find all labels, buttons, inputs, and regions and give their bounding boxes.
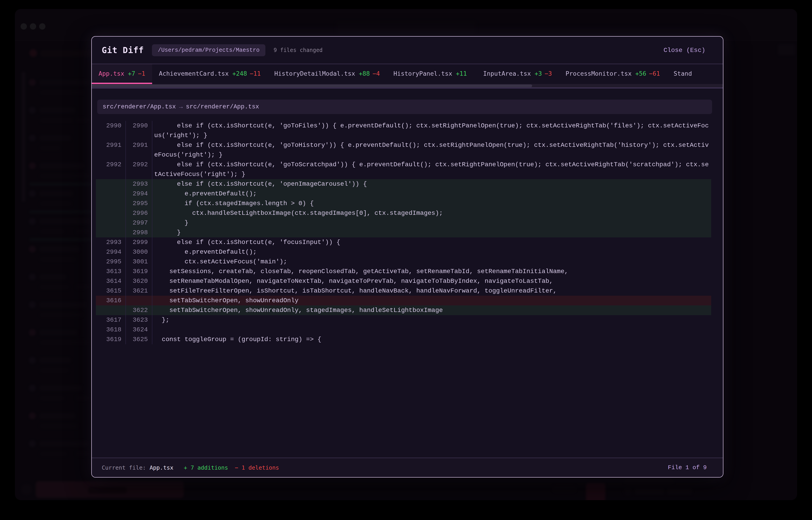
code-text: else if (ctx.isShortcut(e, 'openImageCar… [152, 179, 711, 189]
line-number-new [126, 296, 152, 305]
diff-body: src/renderer/App.tsx→src/renderer/App.ts… [92, 88, 723, 458]
line-number-new: 3621 [126, 286, 152, 296]
modal-footer: Current file: App.tsx + 7 additions − 1 … [92, 458, 723, 477]
tab-additions: +248 [232, 70, 247, 77]
diff-line: 29912991 else if (ctx.isShortcut(e, 'goT… [96, 140, 711, 160]
diff-line: 29932999 else if (ctx.isShortcut(e, 'foc… [96, 237, 711, 247]
code-text: if (ctx.stagedImages.length > 0) { [152, 199, 711, 208]
diff-line: 2994 e.preventDefault(); [96, 189, 711, 199]
tabs-scrollbar-thumb[interactable] [92, 84, 532, 87]
code-text: } [152, 228, 711, 237]
line-number-old [96, 199, 126, 208]
line-number-old [96, 305, 126, 315]
code-text: } [152, 218, 711, 228]
arrow-icon: → [176, 103, 186, 110]
file-path-to: src/renderer/App.tsx [186, 103, 259, 110]
tab-additions: +7 [128, 70, 136, 77]
line-number-new: 2991 [126, 140, 152, 160]
diff-line: 2997 } [96, 218, 711, 228]
code-text: setTabSwitcherOpen, showUnreadOnly [152, 296, 711, 305]
line-number-new: 3624 [126, 325, 152, 335]
diff-line: 36183624 [96, 325, 711, 335]
current-file-name: App.tsx [150, 464, 173, 471]
file-tab[interactable]: AchievementCard.tsx+248−11 [152, 64, 268, 84]
line-number-new: 2993 [126, 179, 152, 189]
line-number-new: 2997 [126, 218, 152, 228]
line-number-old: 3613 [96, 266, 126, 276]
modal-title: Git Diff [102, 45, 144, 55]
diff-file-path: src/renderer/App.tsx→src/renderer/App.ts… [97, 100, 712, 114]
tab-deletions: −11 [250, 70, 261, 77]
code-text: else if (ctx.isShortcut(e, 'focusInput')… [152, 237, 711, 247]
line-number-new: 3625 [126, 335, 152, 344]
diff-line: 36153621 setFileTreeFilterOpen, isShortc… [96, 286, 711, 296]
diff-line: 36143620 setRenameTabModalOpen, navigate… [96, 276, 711, 286]
line-number-new: 3001 [126, 257, 152, 266]
line-number-new: 3622 [126, 305, 152, 315]
line-number-new: 3000 [126, 247, 152, 257]
tab-additions: +3 [535, 70, 542, 77]
file-tabs-bar: App.tsx+7−1AchievementCard.tsx+248−11His… [92, 64, 723, 84]
file-tab[interactable]: App.tsx+7−1 [92, 64, 152, 84]
diff-line: 2993 else if (ctx.isShortcut(e, 'openIma… [96, 179, 711, 189]
file-tab[interactable]: ProcessMonitor.tsx+56−61 [559, 64, 667, 84]
tab-file-name: HistoryPanel.tsx [393, 70, 452, 77]
tab-deletions: −3 [545, 70, 552, 77]
tab-file-name: ProcessMonitor.tsx [566, 70, 632, 77]
tab-deletions: −4 [372, 70, 380, 77]
code-text: const toggleGroup = (groupId: string) =>… [152, 335, 711, 344]
line-number-old [96, 218, 126, 228]
line-number-old: 3619 [96, 335, 126, 344]
line-number-old: 3615 [96, 286, 126, 296]
line-number-old: 3617 [96, 315, 126, 325]
code-text: ctx.handleSetLightboxImage(ctx.stagedIma… [152, 208, 711, 218]
file-path-from: src/renderer/App.tsx [103, 103, 176, 110]
tab-file-name: Stand [674, 70, 692, 77]
tabs-scrollbar[interactable] [92, 84, 723, 88]
code-text: ctx.setActiveFocus('main'); [152, 257, 711, 266]
line-number-new: 3623 [126, 315, 152, 325]
diff-lines: 29902990 else if (ctx.isShortcut(e, 'goT… [96, 121, 711, 344]
line-number-new: 2992 [126, 160, 152, 179]
line-number-old [96, 208, 126, 218]
line-number-new: 2998 [126, 228, 152, 237]
footer-deletions: − 1 deletions [235, 464, 279, 471]
line-number-old: 3616 [96, 296, 126, 305]
diff-line: 29953001 ctx.setActiveFocus('main'); [96, 257, 711, 266]
file-tab[interactable]: HistoryPanel.tsx+11 [387, 64, 476, 84]
diff-line: 2996 ctx.handleSetLightboxImage(ctx.stag… [96, 208, 711, 218]
footer-additions: + 7 additions [184, 464, 228, 471]
tab-file-name: HistoryDetailModal.tsx [274, 70, 355, 77]
line-number-new: 2994 [126, 189, 152, 199]
diff-line: 2998 } [96, 228, 711, 237]
file-tab[interactable]: InputArea.tsx+3−3 [476, 64, 559, 84]
code-text [152, 325, 711, 335]
diff-line: 3616 setTabSwitcherOpen, showUnreadOnly [96, 296, 711, 305]
code-text: else if (ctx.isShortcut(e, 'goToHistory'… [152, 140, 711, 160]
line-number-old [96, 228, 126, 237]
code-text: e.preventDefault(); [152, 247, 711, 257]
line-number-old: 2991 [96, 140, 126, 160]
diff-line: 3622 setTabSwitcherOpen, showUnreadOnly,… [96, 305, 711, 315]
tab-deletions: −61 [649, 70, 660, 77]
code-text: }; [152, 315, 711, 325]
line-number-old [96, 189, 126, 199]
line-number-old: 2994 [96, 247, 126, 257]
line-number-old: 2995 [96, 257, 126, 266]
code-text: else if (ctx.isShortcut(e, 'goToFiles'))… [152, 121, 711, 140]
file-tab[interactable]: Stand [667, 64, 703, 84]
code-text: else if (ctx.isShortcut(e, 'goToScratchp… [152, 160, 711, 179]
close-button[interactable]: Close (Esc) [662, 47, 707, 54]
diff-line: 29943000 e.preventDefault(); [96, 247, 711, 257]
line-number-new: 2996 [126, 208, 152, 218]
diff-line: 36193625 const toggleGroup = (groupId: s… [96, 335, 711, 344]
line-number-old: 2993 [96, 237, 126, 247]
tab-additions: +11 [456, 70, 467, 77]
diff-line: 36173623 }; [96, 315, 711, 325]
file-tab[interactable]: HistoryDetailModal.tsx+88−4 [268, 64, 387, 84]
files-changed-count: 9 files changed [273, 47, 323, 53]
tab-additions: +88 [359, 70, 370, 77]
code-text: setSessions, createTab, closeTab, reopen… [152, 266, 711, 276]
line-number-new: 3620 [126, 276, 152, 286]
modal-header: Git Diff /Users/pedram/Projects/Maestro … [92, 36, 723, 64]
